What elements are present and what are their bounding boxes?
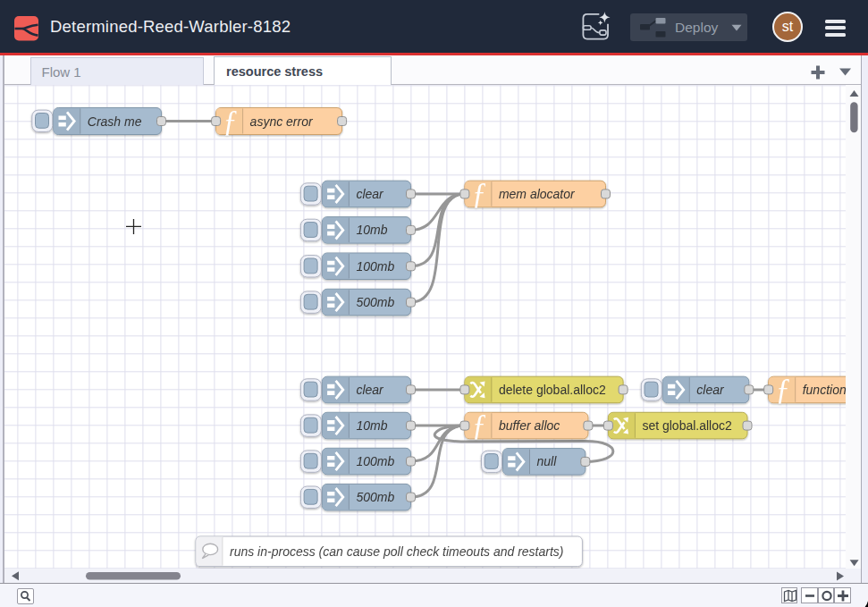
svg-text:delete global.alloc2: delete global.alloc2 xyxy=(499,383,606,397)
svg-text:ƒ: ƒ xyxy=(472,177,487,209)
svg-text:10mb: 10mb xyxy=(356,223,387,237)
svg-text:100mb: 100mb xyxy=(356,259,394,274)
svg-text:runs in-process (can cause pol: runs in-process (can cause poll check ti… xyxy=(230,544,564,559)
svg-text:null: null xyxy=(537,454,558,468)
svg-text:500mb: 500mb xyxy=(356,295,394,309)
svg-text:async error: async error xyxy=(250,114,314,129)
svg-text:10mb: 10mb xyxy=(356,418,387,433)
svg-text:buffer alloc: buffer alloc xyxy=(499,418,560,433)
svg-text:Crash me: Crash me xyxy=(88,114,142,129)
svg-text:ƒ: ƒ xyxy=(775,373,790,405)
svg-text:clear: clear xyxy=(696,383,725,397)
svg-text:500mb: 500mb xyxy=(356,490,394,504)
svg-text:ƒ: ƒ xyxy=(223,105,238,137)
svg-text:ƒ: ƒ xyxy=(472,409,487,441)
svg-text:clear: clear xyxy=(356,187,384,201)
svg-text:mem alocator: mem alocator xyxy=(499,187,576,201)
svg-text:100mb: 100mb xyxy=(356,454,394,468)
svg-text:clear: clear xyxy=(356,383,384,397)
svg-text:function: function xyxy=(803,383,847,397)
svg-text:set global.alloc2: set global.alloc2 xyxy=(642,418,732,433)
